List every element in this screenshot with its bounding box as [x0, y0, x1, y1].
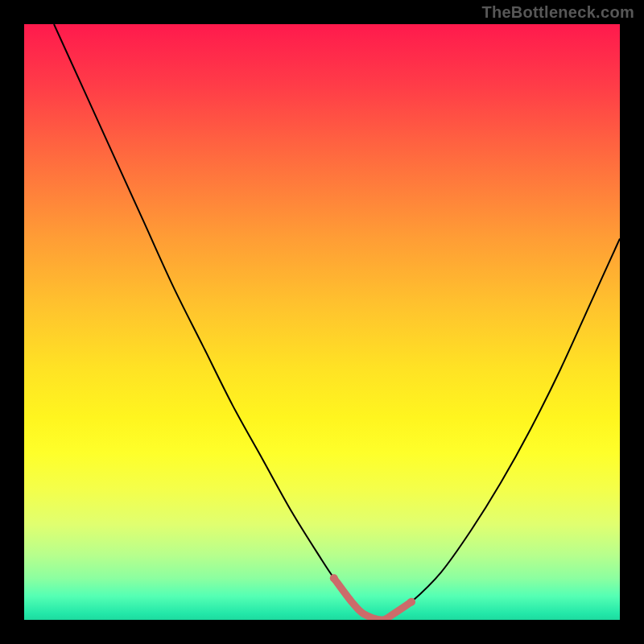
bottleneck-curve	[54, 24, 620, 620]
watermark-text: TheBottleneck.com	[481, 3, 634, 22]
plot-area	[24, 24, 620, 620]
optimal-range-highlight	[334, 578, 411, 620]
curve-svg	[24, 24, 620, 620]
chart-container: TheBottleneck.com	[0, 0, 644, 644]
optimal-range-start-dot	[330, 574, 338, 582]
optimal-range-end-dot	[407, 598, 415, 606]
